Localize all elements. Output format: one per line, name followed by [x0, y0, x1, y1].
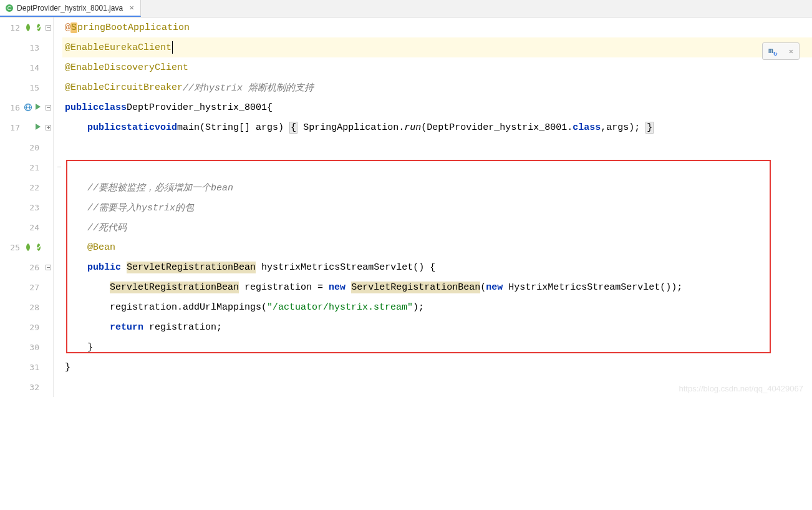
tab-filename: DeptProvider_hystrix_8001.java: [17, 4, 123, 12]
code-line[interactable]: }: [62, 357, 812, 377]
comment: //需要导入hystrix的包: [87, 202, 194, 213]
spring-bean-icon[interactable]: [24, 243, 32, 252]
spring-bean-icon[interactable]: [24, 23, 32, 32]
line-number: 28: [26, 303, 39, 312]
java-class-icon: C: [5, 4, 14, 12]
fold-toggle-icon[interactable]: [46, 264, 51, 271]
code-line[interactable]: @Bean: [62, 237, 812, 257]
close-icon[interactable]: ✕: [789, 47, 793, 56]
code-line[interactable]: [62, 157, 812, 177]
line-number: 31: [26, 363, 39, 372]
code-line[interactable]: }: [62, 337, 812, 357]
gutter-row[interactable]: 28: [0, 297, 53, 317]
comment: //对hystrix 熔断机制的支持: [183, 82, 314, 94]
string-literal: "/actuator/hystrix.stream": [267, 302, 413, 313]
line-number: 14: [26, 63, 39, 72]
run-icon[interactable]: [34, 123, 43, 132]
comment: //死代码: [87, 222, 127, 233]
svg-text:C: C: [7, 5, 12, 11]
highlighted-type: ServletRegistrationBean: [110, 282, 239, 293]
line-number: 25: [6, 243, 20, 252]
gutter-row[interactable]: 29: [0, 317, 53, 337]
gutter-row[interactable]: 22: [0, 177, 53, 197]
text-cursor: [172, 41, 173, 54]
tab-bar: C DeptProvider_hystrix_8001.java ✕: [0, 0, 812, 17]
highlighted-type: ServletRegistrationBean: [127, 262, 256, 273]
code-line[interactable]: @EnableDiscoveryClient: [62, 57, 812, 77]
line-number: 27: [26, 283, 39, 292]
code-line[interactable]: return registration;: [62, 317, 812, 337]
floating-tool-panel[interactable]: m↻ ✕: [762, 42, 800, 60]
code-line[interactable]: [62, 377, 812, 397]
code-line[interactable]: //需要导入hystrix的包: [62, 197, 812, 217]
annotation: @EnableDiscoveryClient: [65, 62, 188, 73]
gutter-row[interactable]: 32: [0, 377, 53, 397]
line-number: 13: [26, 43, 39, 52]
code-line[interactable]: @EnableCircuitBreaker //对hystrix 熔断机制的支持: [62, 77, 812, 97]
gutter-row[interactable]: 24: [0, 217, 53, 237]
globe-icon[interactable]: [24, 103, 32, 112]
gutter-row[interactable]: 20: [0, 137, 53, 157]
gutter-row[interactable]: 23: [0, 197, 53, 217]
gutter-row[interactable]: 27: [0, 277, 53, 297]
comment: //要想被监控，必须增加一个bean: [87, 182, 233, 194]
run-icon[interactable]: [34, 103, 43, 112]
gutter-row[interactable]: 14: [0, 57, 53, 77]
editor: 12 13 14 15 16 17 20 21 22 23 24 25: [0, 17, 812, 397]
line-number: 20: [26, 143, 39, 152]
spring-bean-check-icon[interactable]: [34, 23, 43, 32]
close-icon[interactable]: ✕: [128, 4, 135, 12]
fold-toggle-icon[interactable]: [46, 124, 51, 131]
line-number: 23: [26, 203, 39, 212]
code-line[interactable]: @S@SpringBootApplicationpringBootApplica…: [62, 17, 812, 37]
editor-tab[interactable]: C DeptProvider_hystrix_8001.java ✕: [0, 0, 141, 17]
code-line[interactable]: //要想被监控，必须增加一个bean: [62, 177, 812, 197]
code-line[interactable]: @EnableEurekaClient: [62, 37, 812, 57]
gutter: 12 13 14 15 16 17 20 21 22 23 24 25: [0, 17, 54, 397]
line-number: 21: [26, 163, 39, 172]
line-number: 16: [6, 103, 20, 112]
gutter-row[interactable]: 25: [0, 237, 53, 257]
annotation: @EnableEurekaClient: [65, 42, 172, 53]
line-number: 29: [26, 323, 39, 332]
annotation: @Bean: [87, 242, 115, 253]
highlighted-type: ServletRegistrationBean: [351, 282, 480, 293]
code-line[interactable]: //死代码: [62, 217, 812, 237]
line-number: 15: [26, 83, 39, 92]
fold-column: [54, 17, 62, 397]
line-number: 17: [6, 123, 20, 132]
gutter-row[interactable]: 15: [0, 77, 53, 97]
gutter-row[interactable]: 13: [0, 37, 53, 57]
line-number: 24: [26, 223, 39, 232]
code-line[interactable]: registration.addUrlMappings("/actuator/h…: [62, 297, 812, 317]
code-line[interactable]: [62, 137, 812, 157]
fold-toggle-icon[interactable]: [46, 104, 51, 111]
line-number: 30: [26, 343, 39, 352]
line-number: 22: [26, 183, 39, 192]
gutter-row[interactable]: 30: [0, 337, 53, 357]
gutter-row[interactable]: 31: [0, 357, 53, 377]
code-line[interactable]: public ServletRegistrationBean hystrixMe…: [62, 257, 812, 277]
code-area[interactable]: @S@SpringBootApplicationpringBootApplica…: [62, 17, 812, 397]
code-line[interactable]: public class DeptProvider_hystrix_8001 {: [62, 97, 812, 117]
line-number: 12: [6, 23, 20, 32]
code-line[interactable]: ServletRegistrationBean registration = n…: [62, 277, 812, 297]
gutter-row[interactable]: 21: [0, 157, 53, 177]
fold-toggle-icon[interactable]: [46, 24, 51, 31]
annotation: @S@SpringBootApplicationpringBootApplica…: [65, 22, 190, 33]
annotation: @EnableCircuitBreaker: [65, 82, 183, 93]
code-line[interactable]: public static void main(String[] args) {…: [62, 117, 812, 137]
spring-bean-check-icon[interactable]: [34, 243, 43, 252]
line-number: 32: [26, 383, 39, 392]
tool-icon[interactable]: m↻: [768, 46, 777, 57]
line-number: 26: [26, 263, 39, 272]
